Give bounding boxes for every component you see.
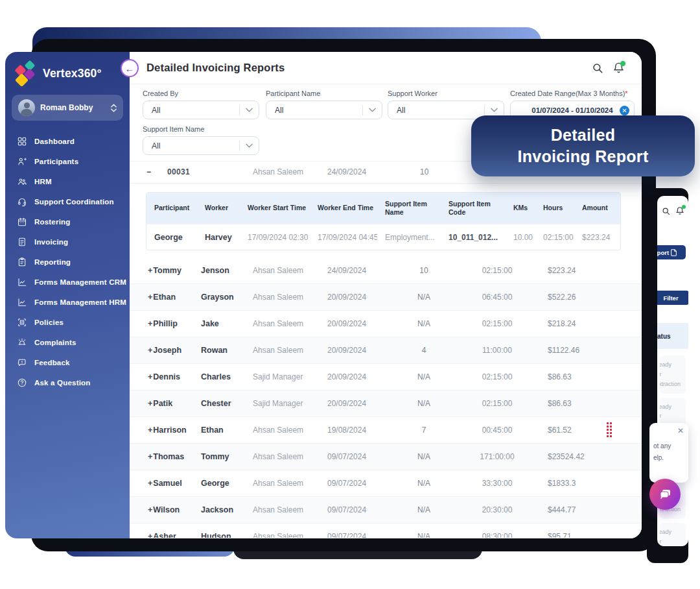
search-icon[interactable] [591,62,604,75]
avatar [18,99,35,116]
side-panel-icons [657,206,688,215]
invoice-row-samuel[interactable]: +SamuelGeorgeAhsan Saleem09/07/2024N/A33… [130,470,642,497]
drag-handle-icon[interactable] [607,422,612,437]
amount-value: $1833.3 [545,479,616,488]
expand-row-icon[interactable]: + [148,399,152,408]
participant-first-name: +Ethan [148,293,201,302]
detail-cell: 10_011_012... [441,233,506,242]
expand-row-icon[interactable]: + [148,266,152,275]
sidebar-item-feedback[interactable]: Feedback [5,352,130,372]
expand-row-icon[interactable]: + [148,293,152,302]
amount-value: $522.26 [545,293,616,302]
worker-first-name: Jake [201,319,253,328]
notification-bell-icon[interactable] [612,62,625,75]
sidebar-item-forms-management-crm[interactable]: Forms Management CRM [5,272,130,292]
worker-first-name: Rowan [201,346,253,355]
date-value: 20/09/2024 [327,319,399,328]
close-icon[interactable]: ✕ [677,426,684,435]
created-by-value: Ahsan Saleem [253,319,327,328]
expand-row-icon[interactable]: + [148,505,152,514]
back-button[interactable]: ← [121,59,139,77]
sidebar-item-participants[interactable]: Participants [5,151,130,171]
notification-bell-icon[interactable] [675,206,684,215]
expand-row-icon[interactable]: + [148,372,152,381]
created-by-value: Ahsan Saleem [253,532,327,538]
hours-value: 02:15:00 [449,372,545,381]
sidebar-item-support-coordination[interactable]: Support Coordination [5,191,130,211]
worker-first-name: Jenson [201,266,253,275]
collapse-row-icon[interactable]: − [146,167,151,176]
invoice-row-harrison[interactable]: +HarrisonEthanAhsan Saleem19/08/2024700:… [130,417,642,444]
created-by-select[interactable]: All [143,101,259,119]
invoice-row-asher[interactable]: +AsherHudsonAhsan Saleem09/07/2024N/A08:… [130,523,642,538]
sidebar-item-label: Complaints [34,339,76,346]
expand-row-icon[interactable]: + [148,452,152,461]
export-button[interactable]: Export [657,245,686,259]
sidebar-item-reporting[interactable]: Reporting [5,252,130,272]
question-icon [17,378,27,388]
status-header-label: Status [657,333,671,340]
created-by-value: Ahsan Saleem [253,426,327,435]
clear-date-icon[interactable]: ✕ [620,106,629,115]
expand-row-icon[interactable]: + [148,319,152,328]
sidebar-item-complaints[interactable]: Complaints [5,332,130,352]
sidebar-item-rostering[interactable]: Rostering [5,211,130,232]
amount-value: $95.71 [545,532,616,538]
worker-first-name: Hudson [201,532,253,538]
sidebar-item-forms-management-hrm[interactable]: Forms Management HRM [5,292,130,312]
date-value: 20/09/2024 [327,293,399,302]
invoice-row-thomas[interactable]: +ThomasTommyAhsan Saleem09/07/2024N/A171… [130,444,642,470]
hours-value: 02:15:00 [449,266,545,275]
page-header: ← Detailed Invoicing Reports [130,52,642,84]
filter-button[interactable]: Filter [657,291,688,305]
invoice-row-joseph[interactable]: +JosephRowanAhsan Saleem20/09/2024411:00… [130,337,642,364]
invoice-row-tommy[interactable]: +TommyJensonAhsan Saleem24/09/20241002:1… [130,258,642,284]
rostering-icon [17,217,27,227]
sidebar-item-dashboard[interactable]: Dashboard [5,131,130,151]
sidebar-item-policies[interactable]: Policies [5,312,130,332]
invoice-row-dennis[interactable]: +DennisCharlesSajid Manager20/09/2024N/A… [130,364,642,391]
user-menu[interactable]: Roman Bobby [12,95,123,121]
invoice-row-patik[interactable]: +PatikChesterSajid Manager20/09/2024N/A0… [130,391,642,417]
search-icon[interactable] [662,206,671,215]
support-item-name-select[interactable]: All [143,136,259,155]
sidebar-item-hrm[interactable]: HRM [5,171,130,191]
expand-row-icon[interactable]: + [148,479,152,488]
chevron-down-icon [240,143,259,148]
participant-first-name: +Dennis [148,372,201,381]
participant-first-name: +Joseph [148,346,201,355]
expand-row-icon[interactable]: + [148,426,152,435]
filter-created-by: Created By All [143,90,259,119]
kms-value: 4 [399,346,449,355]
required-asterisk: * [625,90,627,97]
hours-value: 20:30:00 [449,505,545,514]
expand-row-icon[interactable]: + [148,532,152,538]
date-value: 19/08/2024 [327,426,399,435]
created-by-value: Sajid Manager [253,372,327,381]
worker-first-name: Grayson [201,293,253,302]
filter-label: Support Worker [388,90,504,97]
invoice-detail-table: ParticipantWorkerWorker Start TimeWorker… [146,192,621,250]
invoice-row-phillip[interactable]: +PhillipJakeAhsan Saleem20/09/2024N/A02:… [130,311,642,337]
live-chat-button[interactable] [649,479,681,510]
vertex360-logo-icon [13,61,38,86]
sidebar-item-ask-a-question[interactable]: Ask a Question [5,372,130,392]
created-by-value: Ahsan Saleem [253,346,327,355]
invoice-row-ethan[interactable]: +EthanGraysonAhsan Saleem20/09/2024N/A06… [130,284,642,311]
detail-cell: Employment... [377,233,441,242]
invoice-row-wilson[interactable]: +WilsonJacksonAhsan Saleem09/07/2024N/A2… [130,497,642,523]
participant-first-name: +Harrison [148,426,201,435]
date-value: 20/09/2024 [327,346,399,355]
callout-line2: Invoicing Report [517,146,648,167]
worker-first-name: Tommy [201,452,253,461]
sidebar-item-label: Rostering [34,218,70,226]
kms-value: N/A [399,399,449,408]
participant-first-name: +Asher [148,532,201,538]
kms-value: 10 [420,167,428,176]
sidebar-item-invoicing[interactable]: Invoicing [5,232,130,252]
expand-row-icon[interactable]: + [148,346,152,355]
sidebar-nav: DashboardParticipantsHRMSupport Coordina… [5,131,130,392]
participant-name-select[interactable]: All [266,101,382,119]
screenshot-stage: Vertex360° Roman Bobby DashboardParticip… [0,0,700,589]
callout-line1: Detailed [551,125,616,146]
